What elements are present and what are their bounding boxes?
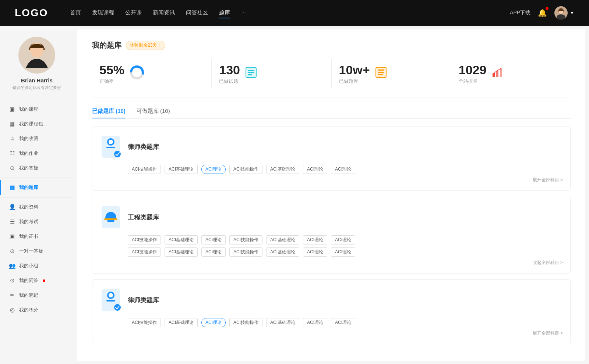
qbank-engineering-icon bbox=[100, 204, 122, 230]
sidebar-label: 我的题库 bbox=[19, 184, 38, 191]
notes-icon: ✏ bbox=[9, 292, 15, 299]
stat-done-text: 130 已做试题 bbox=[219, 63, 240, 85]
sidebar-item-groups[interactable]: 👥 我的小组 bbox=[0, 258, 74, 273]
qbank-title-2: 工程类题库 bbox=[128, 213, 159, 222]
tag-3-6[interactable]: ACI理论 bbox=[331, 318, 355, 327]
notification-bell-icon[interactable]: 🔔 bbox=[538, 8, 547, 17]
star-icon: ☆ bbox=[9, 135, 15, 142]
sidebar-label: 我的答疑 bbox=[19, 165, 38, 171]
sidebar-item-questions[interactable]: ⊙ 我的问答 bbox=[0, 273, 74, 288]
tag-1-6[interactable]: ACI理论 bbox=[331, 165, 355, 174]
tag-1-3[interactable]: ACI技能操作 bbox=[229, 165, 262, 174]
tag-2a-3[interactable]: ACI技能操作 bbox=[229, 235, 262, 245]
sidebar-label: 我的小组 bbox=[19, 263, 38, 269]
sidebar-label: 我的考试 bbox=[19, 218, 38, 225]
sidebar-label: 我的证书 bbox=[19, 233, 38, 240]
avatar bbox=[554, 6, 568, 19]
sidebar-item-one-on-one[interactable]: ⊙ 一对一答疑 bbox=[0, 244, 74, 258]
sidebar-item-homework[interactable]: ☷ 我的作业 bbox=[0, 146, 74, 161]
bar-chart-icon bbox=[491, 66, 504, 82]
tag-3-4[interactable]: ACI基础理论 bbox=[266, 318, 299, 327]
nav-news[interactable]: 新闻资讯 bbox=[153, 8, 175, 18]
app-download-button[interactable]: APP下载 bbox=[510, 10, 530, 16]
tag-2a-6[interactable]: ACI理论 bbox=[331, 235, 355, 245]
user-avatar-wrapper[interactable]: ▼ bbox=[554, 6, 574, 19]
nav-qbank[interactable]: 题库 bbox=[219, 8, 230, 18]
sidebar-item-course-packages[interactable]: ▦ 我的课程包... bbox=[0, 117, 74, 131]
tag-1-2[interactable]: ACI理论 bbox=[201, 165, 226, 174]
tab-done-banks[interactable]: 已做题库 (10) bbox=[92, 108, 126, 118]
tag-2b-6[interactable]: ACI理论 bbox=[331, 247, 355, 257]
tag-2a-0[interactable]: ACI技能操作 bbox=[128, 235, 161, 245]
tag-2b-0[interactable]: ACI技能操作 bbox=[128, 247, 161, 257]
qa-icon: ⊙ bbox=[9, 165, 15, 171]
one-on-one-icon: ⊙ bbox=[9, 248, 15, 254]
svg-rect-13 bbox=[248, 74, 252, 75]
sidebar-item-certificate[interactable]: ▣ 我的证书 bbox=[0, 229, 74, 244]
stats-row: 55% 正确率 130 已做试题 bbox=[92, 59, 571, 97]
tag-2a-1[interactable]: ACI基础理论 bbox=[165, 235, 198, 245]
tag-3-2[interactable]: ACI理论 bbox=[201, 318, 226, 327]
tag-2b-1[interactable]: ACI基础理论 bbox=[165, 247, 198, 257]
tab-available-banks[interactable]: 可做题库 (10) bbox=[137, 108, 170, 118]
tag-2a-2[interactable]: ACI理论 bbox=[201, 235, 226, 245]
expand-btn-3[interactable]: 展开全部科目 > bbox=[100, 330, 563, 336]
divider bbox=[0, 178, 74, 178]
nav-more[interactable]: ··· bbox=[241, 8, 246, 18]
stat-rank: 1029 全站排名 bbox=[451, 59, 571, 88]
sidebar-item-exams[interactable]: ☰ 我的考试 bbox=[0, 214, 74, 229]
sidebar-item-my-courses[interactable]: ▣ 我的课程 bbox=[0, 102, 74, 117]
nav-qa[interactable]: 问答社区 bbox=[186, 8, 208, 18]
sidebar-item-profile[interactable]: 👤 我的资料 bbox=[0, 200, 74, 214]
tag-2a-5[interactable]: ACI理论 bbox=[303, 235, 327, 245]
tag-2b-5[interactable]: ACI理论 bbox=[303, 247, 327, 257]
page-title: 我的题库 bbox=[92, 40, 121, 50]
main-header: LOGO 首页 发现课程 公开课 新闻资讯 问答社区 题库 ··· APP下载 … bbox=[0, 0, 589, 26]
tag-2a-4[interactable]: ACI基础理论 bbox=[266, 235, 299, 245]
tag-1-1[interactable]: ACI基础理论 bbox=[165, 165, 198, 174]
svg-point-25 bbox=[109, 140, 113, 144]
tag-2b-2[interactable]: ACI理论 bbox=[201, 247, 226, 257]
nav-home[interactable]: 首页 bbox=[70, 8, 81, 18]
tag-1-0[interactable]: ACI技能操作 bbox=[128, 165, 161, 174]
header-right: APP下载 🔔 ▼ bbox=[510, 6, 574, 19]
tag-1-5[interactable]: ACI理论 bbox=[303, 165, 327, 174]
expand-btn-1[interactable]: 展开全部科目 > bbox=[100, 177, 563, 183]
tag-3-0[interactable]: ACI技能操作 bbox=[128, 318, 161, 327]
tag-3-5[interactable]: ACI理论 bbox=[303, 318, 327, 327]
tag-2b-3[interactable]: ACI技能操作 bbox=[229, 247, 262, 257]
courses-icon: ▣ bbox=[9, 106, 15, 113]
sidebar-label: 一对一答疑 bbox=[19, 248, 43, 254]
nav-discover[interactable]: 发现课程 bbox=[92, 8, 114, 18]
logo[interactable]: LOGO bbox=[15, 7, 48, 19]
sidebar-label: 我的作业 bbox=[19, 150, 38, 157]
stat-value-rank: 1029 bbox=[459, 63, 487, 77]
tag-2b-4[interactable]: ACI基础理论 bbox=[266, 247, 299, 257]
main-nav: 首页 发现课程 公开课 新闻资讯 问答社区 题库 ··· bbox=[70, 8, 510, 18]
tags-row-1: ACI技能操作 ACI基础理论 ACI理论 ACI技能操作 ACI基础理论 AC… bbox=[100, 165, 563, 174]
tag-3-3[interactable]: ACI技能操作 bbox=[229, 318, 262, 327]
tag-3-1[interactable]: ACI基础理论 bbox=[165, 318, 198, 327]
qbank-header: 律师类题库 bbox=[100, 134, 563, 160]
qbank-card-engineering: 工程类题库 ACI技能操作 ACI基础理论 ACI理论 ACI技能操作 ACI基… bbox=[92, 197, 571, 274]
profile-motto: 错误的决定比没有决定要好 bbox=[13, 85, 61, 90]
stat-correct-text: 55% 正确率 bbox=[99, 63, 124, 85]
stat-label-correct: 正确率 bbox=[99, 78, 124, 85]
qbank-header-2: 工程类题库 bbox=[100, 204, 563, 230]
expand-btn-2[interactable]: 收起全部科目 > bbox=[100, 260, 563, 266]
stat-label-done: 已做试题 bbox=[219, 78, 240, 85]
qbank-lawyer-icon bbox=[100, 134, 122, 160]
svg-rect-17 bbox=[378, 72, 384, 73]
notification-badge bbox=[546, 7, 549, 10]
nav-opencourse[interactable]: 公开课 bbox=[125, 8, 142, 18]
tags-row-2b: ACI技能操作 ACI基础理论 ACI理论 ACI技能操作 ACI基础理论 AC… bbox=[100, 247, 563, 257]
sidebar-item-notes[interactable]: ✏ 我的笔记 bbox=[0, 288, 74, 303]
sidebar-label: 我的收藏 bbox=[19, 135, 38, 142]
tag-1-4[interactable]: ACI基础理论 bbox=[266, 165, 299, 174]
sidebar-item-qbank[interactable]: ▦ 我的题库 bbox=[0, 180, 74, 195]
sidebar-item-favorites[interactable]: ☆ 我的收藏 bbox=[0, 131, 74, 146]
homework-icon: ☷ bbox=[9, 150, 15, 157]
sidebar-item-my-qa[interactable]: ⊙ 我的答疑 bbox=[0, 161, 74, 175]
questions-badge bbox=[43, 279, 45, 282]
sidebar-item-points[interactable]: ◎ 我的积分 bbox=[0, 303, 74, 317]
